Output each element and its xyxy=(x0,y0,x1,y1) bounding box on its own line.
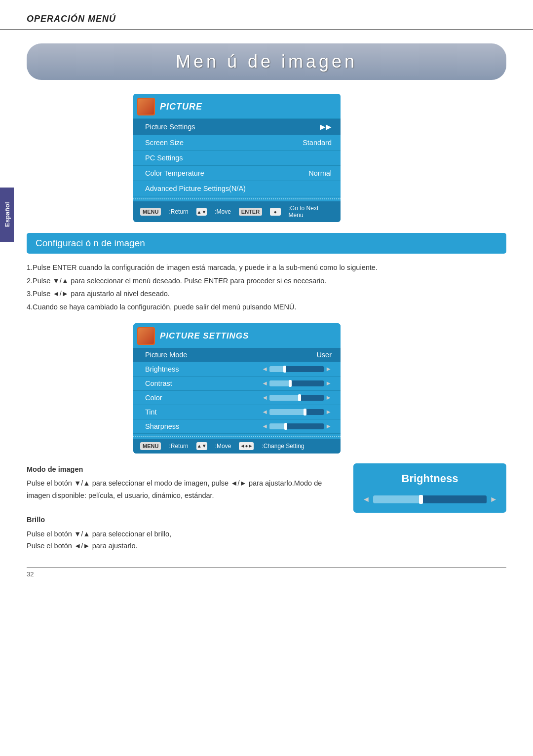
goto-label: :Go to Next Menu xyxy=(289,205,334,219)
sidebar-label: Español xyxy=(3,202,11,227)
row-value-picture-settings: ▶▶ xyxy=(320,122,332,131)
modo-heading: Modo de imagen xyxy=(27,463,339,476)
slider-left-arrow: ◄ xyxy=(262,365,268,373)
ps-value-picture-mode: User xyxy=(316,351,332,359)
ps-row-tint[interactable]: Tint ◄ ► xyxy=(133,405,341,419)
modo-text: Pulse el botón ▼/▲ para seleccionar el m… xyxy=(27,477,339,501)
row-label-pc-settings: PC Settings xyxy=(145,154,183,162)
ps-move-label: :Move xyxy=(215,443,231,450)
return-label: :Return xyxy=(169,208,188,215)
tint-slider[interactable]: ◄ ► xyxy=(262,408,332,416)
slider-thumb xyxy=(283,366,286,373)
section-heading-text: Configuraci ó n de imagen xyxy=(36,238,145,248)
dotted-divider-2 xyxy=(133,436,341,437)
enter-key: ENTER xyxy=(239,208,262,216)
picture-menu-row-color-temp[interactable]: Color Temperature Normal xyxy=(133,166,341,181)
brightness-left-arrow: ◄ xyxy=(362,495,370,504)
color-slider-track xyxy=(269,395,324,401)
ps-label-picture-mode: Picture Mode xyxy=(145,351,187,359)
page-header: OPERACIÓN MENÚ xyxy=(0,0,533,30)
color-slider-filled xyxy=(269,395,300,401)
instruction-2: 2.Pulse ▼/▲ para seleccionar el menú des… xyxy=(27,275,506,287)
brightness-widget-title: Brightness xyxy=(362,472,497,485)
tint-slider-thumb xyxy=(304,409,306,416)
slider-left-arrow-color: ◄ xyxy=(262,394,268,401)
picture-menu-screenshot: PICTURE Picture Settings ▶▶ Screen Size … xyxy=(133,94,341,222)
color-slider-thumb xyxy=(298,394,301,401)
ps-menu-key: MENU xyxy=(140,442,161,450)
ps-row-picture-mode[interactable]: Picture Mode User xyxy=(133,348,341,362)
ps-row-sharpness[interactable]: Sharpness ◄ ► xyxy=(133,419,341,434)
ps-label-brightness: Brightness xyxy=(145,365,179,373)
brightness-track xyxy=(373,495,487,503)
slider-right-arrow-contrast: ► xyxy=(325,379,332,387)
ps-label-color: Color xyxy=(145,394,162,402)
main-title-text: Men ú de imagen xyxy=(176,51,357,72)
section-heading: Configuraci ó n de imagen xyxy=(27,233,506,254)
dotted-divider-1 xyxy=(133,198,341,199)
slider-right-arrow-sharpness: ► xyxy=(325,422,332,430)
instruction-1: 1.Pulse ENTER cuando la configuración de… xyxy=(27,262,506,274)
slider-track xyxy=(269,366,324,372)
sharpness-slider-thumb xyxy=(284,423,287,430)
page-footer: 32 xyxy=(27,567,506,578)
lower-section: Modo de imagen Pulse el botón ▼/▲ para s… xyxy=(27,463,506,552)
contrast-slider-track xyxy=(269,380,324,386)
brightness-right-arrow: ► xyxy=(490,495,497,504)
picture-settings-screenshot: PICTURE SETTINGS Picture Mode User Brigh… xyxy=(133,323,341,454)
ps-label-contrast: Contrast xyxy=(145,379,172,387)
sidebar-language-tab: Español xyxy=(0,188,14,242)
brillo-text: Pulse el botón ▼/▲ para seleccionar el b… xyxy=(27,528,339,552)
slider-left-arrow-sharpness: ◄ xyxy=(262,422,268,430)
picture-menu-row-screen-size[interactable]: Screen Size Standard xyxy=(133,135,341,151)
move-icon: ▲▼ xyxy=(196,208,207,216)
color-slider[interactable]: ◄ ► xyxy=(262,394,332,401)
ps-label-tint: Tint xyxy=(145,408,157,416)
ps-change-label: :Change Setting xyxy=(262,443,304,450)
brillo-heading: Brillo xyxy=(27,514,339,526)
picture-menu-header: PICTURE xyxy=(133,94,341,119)
picture-menu-row-picture-settings[interactable]: Picture Settings ▶▶ xyxy=(133,119,341,135)
contrast-slider-thumb xyxy=(289,380,292,387)
sharpness-slider-filled xyxy=(269,423,286,429)
ps-row-brightness[interactable]: Brightness ◄ ► xyxy=(133,362,341,377)
ps-row-contrast[interactable]: Contrast ◄ ► xyxy=(133,377,341,391)
brightness-slider-row: ◄ ► xyxy=(362,495,497,504)
brightness-filled xyxy=(373,495,421,503)
slider-filled xyxy=(269,366,285,372)
page-number: 32 xyxy=(27,570,34,578)
menu-key: MENU xyxy=(140,208,161,216)
brightness-thumb xyxy=(419,495,423,504)
contrast-slider-filled xyxy=(269,380,290,386)
picture-menu-box: PICTURE Picture Settings ▶▶ Screen Size … xyxy=(133,94,341,222)
move-label: :Move xyxy=(215,208,231,215)
row-label-advanced: Advanced Picture Settings(N/A) xyxy=(145,185,246,192)
slider-right-arrow: ► xyxy=(325,365,332,373)
brightness-slider[interactable]: ◄ ► xyxy=(262,365,332,373)
brightness-widget: Brightness ◄ ► xyxy=(353,463,506,513)
tint-slider-track xyxy=(269,409,324,415)
picture-menu-row-advanced[interactable]: Advanced Picture Settings(N/A) xyxy=(133,181,341,196)
row-label-color-temp: Color Temperature xyxy=(145,169,204,177)
ps-row-color[interactable]: Color ◄ ► xyxy=(133,391,341,405)
main-title-banner: Men ú de imagen xyxy=(27,43,506,80)
sharpness-slider-track xyxy=(269,423,324,429)
picture-menu-row-pc-settings[interactable]: PC Settings xyxy=(133,151,341,166)
slider-right-arrow-color: ► xyxy=(325,394,332,401)
ps-change-icon: ◄●► xyxy=(239,442,254,450)
instructions: 1.Pulse ENTER cuando la configuración de… xyxy=(27,262,506,313)
ps-icon xyxy=(137,327,155,345)
picture-menu-title: PICTURE xyxy=(160,102,202,112)
sharpness-slider[interactable]: ◄ ► xyxy=(262,422,332,430)
tint-slider-filled xyxy=(269,409,305,415)
row-label-screen-size: Screen Size xyxy=(145,139,184,147)
instruction-4: 4.Cuando se haya cambiado la configuraci… xyxy=(27,301,506,313)
picture-menu-icon xyxy=(137,98,155,115)
lower-text: Modo de imagen Pulse el botón ▼/▲ para s… xyxy=(27,463,339,552)
slider-left-arrow-contrast: ◄ xyxy=(262,379,268,387)
row-value-screen-size: Standard xyxy=(303,139,332,147)
contrast-slider[interactable]: ◄ ► xyxy=(262,379,332,387)
row-label-picture-settings: Picture Settings xyxy=(145,123,195,131)
enter-icon: ● xyxy=(270,208,280,216)
ps-label-sharpness: Sharpness xyxy=(145,422,179,430)
